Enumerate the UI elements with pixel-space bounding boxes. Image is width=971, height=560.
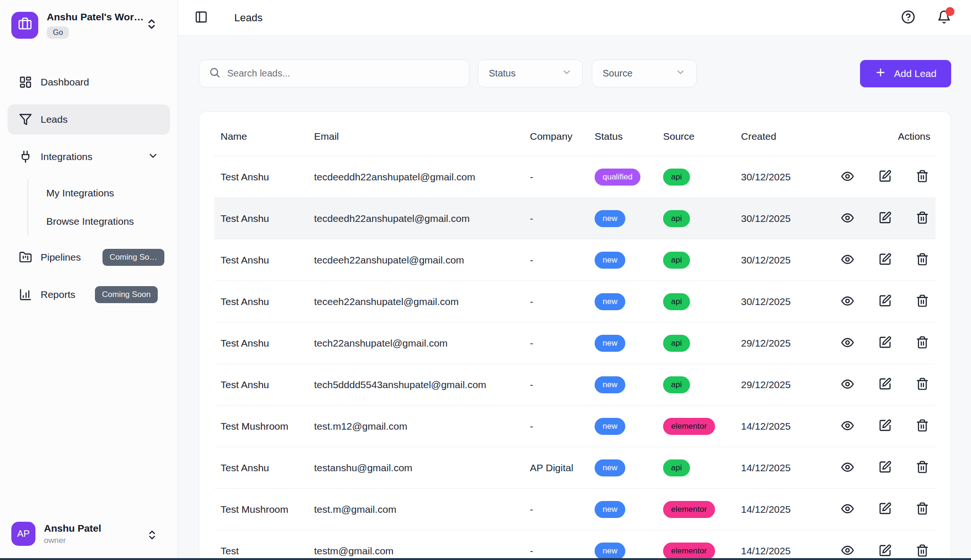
- edit-lead-button[interactable]: [878, 336, 892, 350]
- view-lead-button[interactable]: [841, 543, 854, 559]
- lead-name: Test Mushroom: [214, 504, 314, 515]
- delete-lead-button[interactable]: [916, 336, 929, 350]
- sidebar-item-pipelines[interactable]: Pipelines Coming So…: [8, 242, 170, 272]
- delete-lead-button[interactable]: [916, 377, 929, 392]
- plus-icon: [875, 67, 886, 81]
- edit-lead-button[interactable]: [878, 294, 892, 309]
- bottom-edge-strip: [0, 558, 971, 560]
- trash-icon: [916, 419, 929, 433]
- lead-name: Test Anshu: [214, 171, 314, 183]
- view-lead-button[interactable]: [841, 502, 854, 517]
- table-row[interactable]: Test Anshu tecdeeddh22anshupatel@gmail.c…: [214, 156, 936, 198]
- delete-lead-button[interactable]: [916, 211, 929, 226]
- edit-lead-button[interactable]: [878, 460, 892, 475]
- view-lead-button[interactable]: [841, 294, 854, 309]
- delete-lead-button[interactable]: [916, 294, 929, 309]
- lead-created-date: 14/12/2025: [741, 462, 835, 474]
- delete-lead-button[interactable]: [916, 170, 929, 184]
- eye-icon: [841, 460, 854, 475]
- status-badge: new: [595, 335, 625, 352]
- delete-lead-button[interactable]: [916, 502, 929, 517]
- view-lead-button[interactable]: [841, 419, 854, 434]
- chevrons-up-down-icon[interactable]: [146, 529, 158, 543]
- edit-lead-button[interactable]: [878, 502, 892, 517]
- add-lead-button[interactable]: Add Lead: [860, 60, 951, 87]
- edit-lead-button[interactable]: [878, 544, 892, 559]
- delete-lead-button[interactable]: [916, 253, 929, 267]
- trash-icon: [916, 377, 929, 392]
- lead-name: Test Anshu: [214, 255, 314, 266]
- status-badge: qualified: [595, 169, 640, 186]
- topbar: Leads: [178, 0, 971, 36]
- table-row[interactable]: Test Anshu teceeh22anshupatel@gmail.com …: [214, 281, 936, 322]
- workspace-name: Anshu Patel's Wor…: [47, 11, 144, 23]
- lead-company: -: [530, 255, 595, 266]
- edit-pencil-icon: [878, 211, 892, 226]
- workspace-switcher[interactable]: Anshu Patel's Wor… Go: [0, 0, 178, 48]
- sidebar-item-dashboard[interactable]: Dashboard: [8, 67, 170, 97]
- delete-lead-button[interactable]: [916, 544, 929, 559]
- leads-table-card: Name Email Company Status Source Created…: [199, 111, 951, 560]
- trash-icon: [916, 502, 929, 517]
- view-lead-button[interactable]: [841, 211, 854, 226]
- sidebar-item-browse-integrations[interactable]: Browse Integrations: [28, 207, 170, 236]
- column-header-status: Status: [595, 131, 663, 142]
- sidebar-item-my-integrations[interactable]: My Integrations: [28, 179, 170, 207]
- sidebar-nav: Dashboard Leads Integrations My I: [0, 48, 178, 511]
- integrations-subnav: My Integrations Browse Integrations: [27, 179, 170, 236]
- lead-email: testm@gmail.com: [314, 545, 530, 557]
- edit-lead-button[interactable]: [878, 253, 892, 267]
- trash-icon: [916, 336, 929, 350]
- sidebar-item-label: Dashboard: [41, 76, 89, 88]
- user-menu[interactable]: AP Anshu Patel owner: [0, 511, 178, 560]
- sidebar-item-integrations[interactable]: Integrations: [8, 142, 170, 172]
- status-filter-select[interactable]: Status: [478, 59, 583, 87]
- source-badge: api: [663, 293, 690, 310]
- delete-lead-button[interactable]: [916, 419, 929, 433]
- table-row[interactable]: Test Anshu tech22anshupatel@gmail.com - …: [214, 322, 936, 364]
- user-name: Anshu Patel: [44, 523, 101, 534]
- sidebar-toggle-button[interactable]: [195, 10, 208, 25]
- sidebar-item-label: Pipelines: [41, 252, 81, 263]
- view-lead-button[interactable]: [841, 253, 854, 268]
- table-row[interactable]: Test Mushroom test.m@gmail.com - new ele…: [214, 489, 936, 530]
- main-area: Leads: [178, 0, 971, 560]
- lead-name: Test Mushroom: [214, 421, 314, 432]
- edit-lead-button[interactable]: [878, 170, 892, 184]
- trash-icon: [916, 460, 929, 475]
- notifications-button[interactable]: [937, 10, 951, 25]
- table-row[interactable]: Test Anshu tecdeedh22anshupatel@gmail.co…: [214, 198, 936, 239]
- page-title: Leads: [234, 12, 263, 24]
- delete-lead-button[interactable]: [916, 460, 929, 475]
- view-lead-button[interactable]: [841, 170, 854, 185]
- filters-toolbar: Status Source Add Lead: [199, 59, 951, 87]
- lead-created-date: 29/12/2025: [741, 338, 835, 349]
- edit-pencil-icon: [878, 336, 892, 350]
- view-lead-button[interactable]: [841, 336, 854, 351]
- table-row[interactable]: Test testm@gmail.com - new elementor 14/…: [214, 530, 936, 560]
- status-badge: new: [595, 543, 625, 560]
- table-row[interactable]: Test Anshu testanshu@gmail.com AP Digita…: [214, 447, 936, 489]
- edit-lead-button[interactable]: [878, 377, 892, 392]
- search-box[interactable]: [199, 59, 469, 87]
- chevron-down-icon: [147, 150, 159, 163]
- view-lead-button[interactable]: [841, 377, 854, 392]
- lead-company: AP Digital: [530, 462, 595, 474]
- table-row[interactable]: Test Anshu tecdeeh22anshupatel@gmail.com…: [214, 239, 936, 281]
- help-button[interactable]: [901, 10, 915, 25]
- lead-name: Test Anshu: [214, 338, 314, 349]
- chevrons-up-down-icon[interactable]: [145, 18, 158, 32]
- search-input[interactable]: [227, 68, 460, 79]
- lead-email: tecdeeddh22anshupatel@gmail.com: [314, 171, 530, 183]
- view-lead-button[interactable]: [841, 460, 854, 475]
- edit-lead-button[interactable]: [878, 419, 892, 433]
- lead-name: Test Anshu: [214, 213, 314, 224]
- sidebar-item-label: My Integrations: [46, 187, 114, 199]
- source-filter-select[interactable]: Source: [592, 59, 697, 87]
- sidebar-item-leads[interactable]: Leads: [8, 104, 170, 135]
- table-row[interactable]: Test Anshu tech5dddd5543anshupatel@gmail…: [214, 364, 936, 406]
- chevron-down-icon: [562, 67, 572, 80]
- edit-lead-button[interactable]: [878, 211, 892, 226]
- sidebar-item-reports[interactable]: Reports Coming Soon: [8, 280, 170, 310]
- table-row[interactable]: Test Mushroom test.m12@gmail.com - new e…: [214, 406, 936, 447]
